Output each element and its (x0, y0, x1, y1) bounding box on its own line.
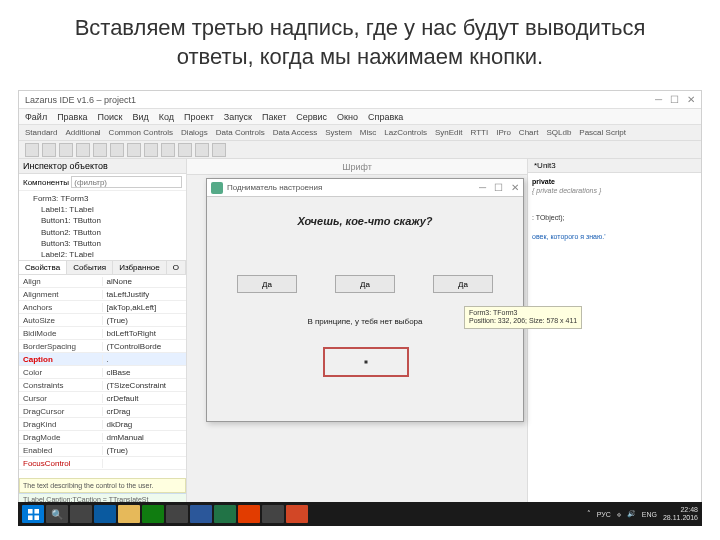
tree-item[interactable]: Label1: TLabel (23, 204, 182, 215)
prop-row-borderspacing[interactable]: BorderSpacing(TControlBorde (19, 340, 186, 353)
palette-tab-system[interactable]: System (325, 128, 352, 137)
prop-value[interactable]: clBase (103, 368, 187, 377)
prop-value[interactable]: taLeftJustify (103, 290, 187, 299)
palette-tab-rtti[interactable]: RTTI (471, 128, 489, 137)
toolbar-button[interactable] (178, 143, 192, 157)
palette-tab-standard[interactable]: Standard (25, 128, 57, 137)
task-app-icon[interactable] (166, 505, 188, 523)
toolbar-button[interactable] (110, 143, 124, 157)
prop-row-enabled[interactable]: Enabled(True) (19, 444, 186, 457)
tree-item[interactable]: Button1: TButton (23, 215, 182, 226)
minimize-icon[interactable]: ─ (479, 182, 486, 193)
tree-item[interactable]: Form3: TForm3 (23, 193, 182, 204)
toolbar-button[interactable] (127, 143, 141, 157)
toolbar-button[interactable] (93, 143, 107, 157)
prop-value[interactable]: dmManual (103, 433, 187, 442)
prop-value[interactable]: dkDrag (103, 420, 187, 429)
form-titlebar[interactable]: Подниматель настроения ─ ☐ ✕ (207, 179, 523, 197)
tray-kb[interactable]: ENG (642, 511, 657, 518)
form-designer-window[interactable]: Подниматель настроения ─ ☐ ✕ Хочешь, кое… (206, 178, 524, 422)
palette-tab-datacontrols[interactable]: Data Controls (216, 128, 265, 137)
palette-tab-misc[interactable]: Misc (360, 128, 376, 137)
menu-view[interactable]: Вид (133, 112, 149, 122)
prop-row-alignment[interactable]: AlignmenttaLeftJustify (19, 288, 186, 301)
prop-row-bidimode[interactable]: BidiModebdLeftToRight (19, 327, 186, 340)
menu-edit[interactable]: Правка (57, 112, 87, 122)
prop-row-autosize[interactable]: AutoSize(True) (19, 314, 186, 327)
prop-value[interactable]: (TControlBorde (103, 342, 187, 351)
toolbar-button[interactable] (42, 143, 56, 157)
tray-chevron-up-icon[interactable]: ˄ (587, 510, 591, 518)
prop-row-caption[interactable]: Caption. (19, 353, 186, 366)
menu-search[interactable]: Поиск (98, 112, 123, 122)
prop-row-constraints[interactable]: Constraints(TSizeConstraint (19, 379, 186, 392)
menu-code[interactable]: Код (159, 112, 174, 122)
task-search-icon[interactable]: 🔍 (46, 505, 68, 523)
label3-selected[interactable] (323, 347, 409, 377)
menu-help[interactable]: Справка (368, 112, 403, 122)
tree-item[interactable]: Label2: TLabel (23, 249, 182, 260)
prop-row-cursor[interactable]: CursorcrDefault (19, 392, 186, 405)
prop-value[interactable]: (True) (103, 316, 187, 325)
toolbar-button[interactable] (144, 143, 158, 157)
tray-lang[interactable]: РУС (597, 511, 611, 518)
tree-item[interactable]: Button2: TButton (23, 227, 182, 238)
start-button[interactable] (22, 505, 44, 523)
prop-value[interactable]: (True) (103, 446, 187, 455)
toolbar-button[interactable] (195, 143, 209, 157)
task-app-icon[interactable] (238, 505, 260, 523)
palette-tab-ipro[interactable]: IPro (496, 128, 511, 137)
label1[interactable]: Хочешь, кое-что скажу? (207, 215, 523, 227)
toolbar-button[interactable] (212, 143, 226, 157)
prop-value[interactable]: bdLeftToRight (103, 329, 187, 338)
prop-value[interactable]: [akTop,akLeft] (103, 303, 187, 312)
prop-row-focuscontrol[interactable]: FocusControl (19, 457, 186, 470)
toolbar-button[interactable] (161, 143, 175, 157)
components-filter-input[interactable] (71, 176, 182, 188)
toolbar-button[interactable] (25, 143, 39, 157)
palette-tab-additional[interactable]: Additional (65, 128, 100, 137)
code-tab[interactable]: *Unit3 (528, 159, 701, 173)
task-view-icon[interactable] (70, 505, 92, 523)
palette-tab-dialogs[interactable]: Dialogs (181, 128, 208, 137)
task-store-icon[interactable] (142, 505, 164, 523)
tab-properties[interactable]: Свойства (19, 261, 67, 274)
prop-value[interactable]: crDefault (103, 394, 187, 403)
tray-wifi-icon[interactable]: ⎆ (617, 511, 621, 518)
tray-volume-icon[interactable]: 🔊 (627, 510, 636, 518)
prop-value[interactable]: . (103, 355, 187, 364)
menu-run[interactable]: Запуск (224, 112, 252, 122)
prop-row-anchors[interactable]: Anchors[akTop,akLeft] (19, 301, 186, 314)
palette-tab-common[interactable]: Common Controls (109, 128, 173, 137)
maximize-icon[interactable]: ☐ (494, 182, 503, 193)
button3[interactable]: Да (433, 275, 493, 293)
menu-file[interactable]: Файл (25, 112, 47, 122)
maximize-icon[interactable]: ☐ (670, 94, 679, 105)
palette-tab-synedit[interactable]: SynEdit (435, 128, 463, 137)
palette-tab-dataaccess[interactable]: Data Access (273, 128, 317, 137)
prop-row-align[interactable]: AlignalNone (19, 275, 186, 288)
tray-clock[interactable]: 22:48 28.11.2016 (663, 506, 698, 521)
task-explorer-icon[interactable] (118, 505, 140, 523)
tab-events[interactable]: События (67, 261, 113, 274)
prop-row-dragcursor[interactable]: DragCursorcrDrag (19, 405, 186, 418)
property-grid[interactable]: AlignalNoneAlignmenttaLeftJustifyAnchors… (19, 275, 186, 478)
menu-window[interactable]: Окно (337, 112, 358, 122)
task-excel-icon[interactable] (214, 505, 236, 523)
palette-tab-pascal[interactable]: Pascal Script (579, 128, 626, 137)
palette-tab-chart[interactable]: Chart (519, 128, 539, 137)
tab-favorites[interactable]: Избранное (113, 261, 167, 274)
prop-value[interactable]: crDrag (103, 407, 187, 416)
system-tray[interactable]: ˄ РУС ⎆ 🔊 ENG 22:48 28.11.2016 (587, 506, 698, 521)
task-edge-icon[interactable] (94, 505, 116, 523)
button2[interactable]: Да (335, 275, 395, 293)
component-tree[interactable]: Form3: TForm3 Label1: TLabel Button1: TB… (19, 191, 186, 261)
minimize-icon[interactable]: ─ (655, 94, 662, 105)
task-app-icon[interactable] (262, 505, 284, 523)
menu-package[interactable]: Пакет (262, 112, 286, 122)
toolbar-button[interactable] (59, 143, 73, 157)
task-powerpoint-icon[interactable] (286, 505, 308, 523)
code-body[interactable]: private { private declarations } : TObje… (528, 173, 701, 245)
menu-tools[interactable]: Сервис (296, 112, 327, 122)
menu-project[interactable]: Проект (184, 112, 214, 122)
